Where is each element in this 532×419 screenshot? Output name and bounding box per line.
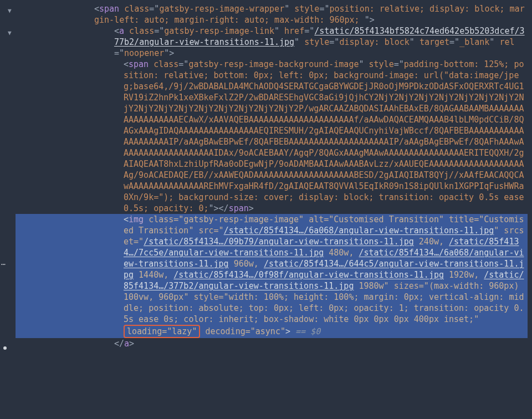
dom-node-a-link[interactable]: ▼ <a class="gatsby-resp-image-link" href… (16, 25, 528, 59)
breakpoint-dot (3, 346, 7, 350)
dom-node-span-wrapper[interactable]: ▼ <span class="gatsby-resp-image-wrapper… (16, 3, 528, 25)
devtools-dom-panel[interactable]: … ▼ <span class="gatsby-resp-image-wrapp… (0, 0, 532, 419)
selected-node-indicator: == $0 (290, 326, 320, 336)
expand-toggle-icon[interactable]: ▼ (8, 6, 13, 17)
dom-node-span-bg-image[interactable]: <span class="gatsby-resp-image-backgroun… (16, 59, 528, 214)
gutter: … (0, 0, 13, 419)
expand-toggle-icon[interactable]: ▼ (8, 28, 13, 39)
dom-node-img-selected[interactable]: <img class="gatsby-resp-image-image" alt… (16, 214, 528, 338)
ellipsis-marker: … (1, 257, 6, 268)
dom-node-a-close[interactable]: </a> (16, 338, 528, 349)
highlighted-attribute-box: loading="lazy" (124, 325, 200, 338)
